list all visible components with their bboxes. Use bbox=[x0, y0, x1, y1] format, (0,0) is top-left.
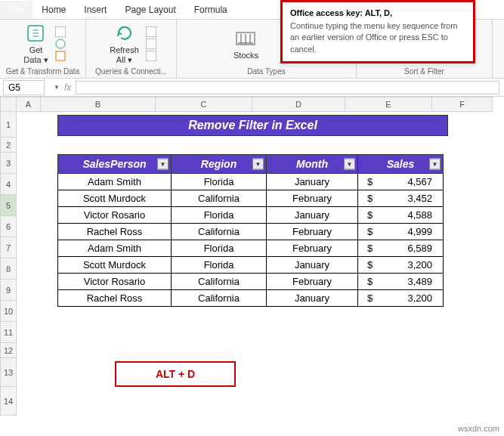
from-table-icon[interactable] bbox=[55, 51, 66, 61]
cell-month[interactable]: January bbox=[267, 207, 358, 224]
name-dropdown-icon[interactable]: ▼ bbox=[54, 84, 60, 91]
row-header-6[interactable]: 6 bbox=[0, 216, 17, 237]
filter-btn-month[interactable]: ▼ bbox=[344, 159, 355, 170]
cell-salesperson[interactable]: Adam Smith bbox=[58, 240, 172, 257]
cell-salesperson[interactable]: Victor Rosario bbox=[58, 274, 172, 290]
filter-btn-region[interactable]: ▼ bbox=[252, 159, 264, 170]
row-header-9[interactable]: 9 bbox=[0, 280, 17, 301]
cell-sales[interactable]: $3,489 bbox=[358, 274, 444, 290]
cell-sales[interactable]: $3,452 bbox=[358, 190, 444, 207]
row-header-12[interactable]: 12 bbox=[0, 343, 17, 358]
name-box[interactable] bbox=[3, 80, 45, 95]
cell-sales[interactable]: $4,999 bbox=[358, 224, 444, 240]
access-key-tooltip: Office access key: ALT, D, Continue typi… bbox=[280, 0, 475, 63]
cell-salesperson[interactable]: Rachel Ross bbox=[58, 224, 172, 240]
edit-links-icon[interactable] bbox=[146, 51, 156, 61]
row-header-5[interactable]: 5 bbox=[0, 195, 17, 216]
group-queries: Refresh All ▾ Queries & Connecti... bbox=[86, 20, 177, 78]
cell-month[interactable]: February bbox=[267, 274, 358, 290]
row-header-7[interactable]: 7 bbox=[0, 237, 17, 258]
formula-bar[interactable] bbox=[76, 81, 499, 94]
filter-btn-salesperson[interactable]: ▼ bbox=[157, 159, 169, 170]
svg-point-2 bbox=[56, 39, 65, 48]
cell-region[interactable]: Florida bbox=[172, 240, 267, 257]
cell-month[interactable]: February bbox=[267, 190, 358, 207]
group-queries-label: Queries & Connecti... bbox=[91, 66, 172, 78]
tooltip-title: Office access key: ALT, D, bbox=[290, 8, 465, 17]
row-header-3[interactable]: 3 bbox=[0, 153, 17, 174]
table-row: Scott MurdockCaliforniaFebruary$3,452 bbox=[58, 190, 444, 207]
cell-region[interactable]: California bbox=[172, 290, 267, 307]
table-row: Victor RosarioFloridaJanuary$4,588 bbox=[58, 207, 444, 224]
cell-sales[interactable]: $6,589 bbox=[358, 240, 444, 257]
from-web-icon[interactable] bbox=[55, 39, 66, 49]
cell-month[interactable]: January bbox=[267, 290, 358, 307]
cell-sales[interactable]: $4,588 bbox=[358, 207, 444, 224]
tab-page-layout[interactable]: Page Layout bbox=[116, 1, 184, 19]
table-row: Adam SmithFloridaFebruary$6,589 bbox=[58, 240, 444, 257]
col-header-a[interactable]: A bbox=[17, 97, 41, 112]
row-header-13[interactable]: 13 bbox=[0, 358, 17, 387]
cell-sales[interactable]: $3,200 bbox=[358, 257, 444, 274]
tooltip-body: Continue typing the menu key sequence fr… bbox=[290, 20, 465, 55]
svg-rect-1 bbox=[55, 26, 66, 37]
col-header-f[interactable]: F bbox=[432, 97, 493, 112]
cell-region[interactable]: California bbox=[172, 274, 267, 290]
cell-salesperson[interactable]: Victor Rosario bbox=[58, 207, 172, 224]
row-header-4[interactable]: 4 bbox=[0, 174, 17, 195]
spreadsheet-grid: 1234567891011121314 ABCDEF Remove Filter… bbox=[0, 97, 504, 429]
from-text-icon[interactable] bbox=[55, 26, 66, 37]
col-header-e[interactable]: E bbox=[345, 97, 432, 112]
cell-month[interactable]: January bbox=[267, 174, 358, 190]
cell-salesperson[interactable]: Rachel Ross bbox=[58, 290, 172, 307]
cell-region[interactable]: California bbox=[172, 224, 267, 240]
filter-btn-sales[interactable]: ▼ bbox=[429, 159, 441, 170]
alt-d-callout: ALT + D bbox=[115, 361, 236, 387]
col-header-d[interactable]: D bbox=[252, 97, 345, 112]
tab-insert[interactable]: Insert bbox=[75, 1, 116, 19]
queries-icon[interactable] bbox=[146, 26, 156, 37]
cell-month[interactable]: February bbox=[267, 224, 358, 240]
get-data-icon bbox=[25, 23, 46, 44]
cell-month[interactable]: February bbox=[267, 240, 358, 257]
watermark: wsxdn.com bbox=[458, 424, 499, 433]
data-table: SalesPerson ▼ Region ▼ Month ▼ Sales bbox=[57, 154, 444, 307]
row-header-11[interactable]: 11 bbox=[0, 322, 17, 343]
col-month: Month ▼ bbox=[267, 155, 358, 174]
row-header-10[interactable]: 10 bbox=[0, 301, 17, 322]
col-header-b[interactable]: B bbox=[41, 97, 156, 112]
col-month-label: Month bbox=[296, 158, 328, 170]
cell-salesperson[interactable]: Adam Smith bbox=[58, 174, 172, 190]
svg-rect-3 bbox=[56, 51, 65, 60]
tab-formulas[interactable]: Formula bbox=[185, 1, 237, 19]
small-dataicons bbox=[55, 26, 66, 61]
col-salesperson-label: SalesPerson bbox=[82, 158, 146, 170]
fx-icon[interactable]: fx bbox=[64, 82, 71, 93]
svg-rect-6 bbox=[146, 51, 156, 61]
cell-region[interactable]: Florida bbox=[172, 207, 267, 224]
refresh-all-button[interactable]: Refresh All ▾ bbox=[106, 21, 143, 65]
row-header-14[interactable]: 14 bbox=[0, 387, 17, 416]
cell-month[interactable]: January bbox=[267, 257, 358, 274]
stocks-icon bbox=[235, 28, 256, 49]
cell-region[interactable]: Florida bbox=[172, 174, 267, 190]
refresh-icon bbox=[114, 23, 135, 44]
tab-home[interactable]: Home bbox=[32, 1, 75, 19]
cell-region[interactable]: Florida bbox=[172, 257, 267, 274]
row-header-2[interactable]: 2 bbox=[0, 138, 17, 153]
row-header-1[interactable]: 1 bbox=[0, 112, 17, 138]
properties-icon[interactable] bbox=[146, 39, 156, 49]
cell-sales[interactable]: $3,200 bbox=[358, 290, 444, 307]
stocks-button[interactable]: Stocks bbox=[230, 26, 262, 61]
col-header-c[interactable]: C bbox=[156, 97, 252, 112]
cell-region[interactable]: California bbox=[172, 190, 267, 207]
cell-salesperson[interactable]: Scott Murdock bbox=[58, 257, 172, 274]
table-row: Adam SmithFloridaJanuary$4,567 bbox=[58, 174, 444, 190]
get-data-button[interactable]: Get Data ▾ bbox=[20, 21, 51, 65]
row-header-8[interactable]: 8 bbox=[0, 258, 17, 280]
svg-rect-5 bbox=[146, 39, 156, 49]
select-all-corner[interactable] bbox=[0, 97, 17, 112]
cell-sales[interactable]: $4,567 bbox=[358, 174, 444, 190]
cell-salesperson[interactable]: Scott Murdock bbox=[58, 190, 172, 207]
tab-file[interactable]: File bbox=[0, 1, 32, 19]
